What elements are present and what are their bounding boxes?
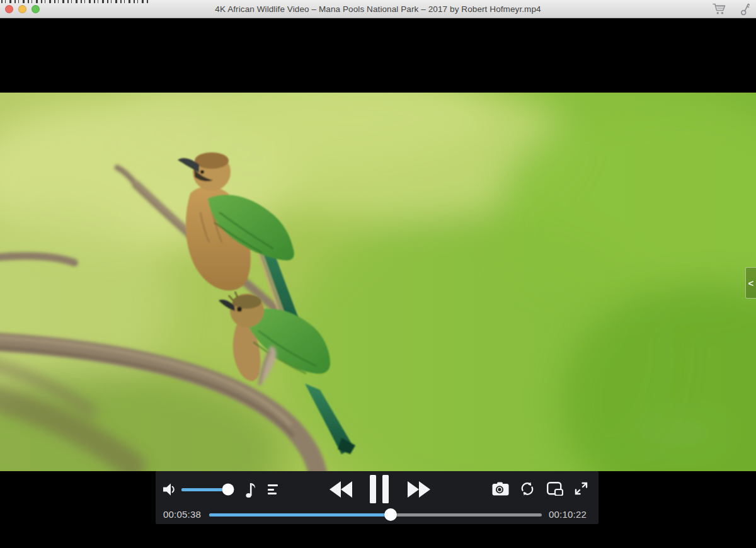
zoom-button[interactable]	[32, 5, 40, 13]
minimize-button[interactable]	[18, 5, 26, 13]
chevron-left-icon: <	[748, 278, 754, 288]
playlist-drawer-toggle[interactable]: <	[745, 267, 756, 299]
clipped-text-artifact	[1, 0, 149, 3]
playlist-icon[interactable]	[268, 484, 278, 497]
progress-slider[interactable]	[209, 513, 542, 517]
elapsed-time: 00:05:38	[163, 509, 201, 520]
picture-in-picture-icon[interactable]	[547, 482, 563, 498]
volume-slider[interactable]	[181, 488, 234, 491]
cart-icon[interactable]	[713, 3, 726, 15]
music-note-icon[interactable]	[246, 481, 256, 501]
volume-fill	[181, 488, 228, 491]
window-title: 4K African Wildlife Video – Mana Pools N…	[215, 4, 541, 14]
video-surface[interactable]	[0, 93, 756, 471]
rotate-icon[interactable]	[520, 481, 535, 499]
duration-time: 00:10:22	[549, 509, 587, 520]
rewind-icon[interactable]	[329, 480, 353, 501]
fast-forward-icon[interactable]	[407, 480, 431, 501]
progress-fill	[209, 513, 391, 517]
volume-knob[interactable]	[222, 484, 234, 496]
letterbox-top	[0, 18, 756, 93]
close-button[interactable]	[5, 5, 13, 13]
speaker-icon[interactable]	[163, 482, 178, 499]
fullscreen-icon[interactable]	[574, 481, 588, 498]
license-key-icon[interactable]	[740, 3, 750, 16]
progress-knob[interactable]	[384, 508, 397, 521]
camera-icon[interactable]	[492, 482, 509, 498]
player-control-bar: 00:05:38 00:10:22	[156, 471, 598, 524]
video-frame	[0, 93, 756, 471]
pause-icon[interactable]	[369, 475, 389, 506]
